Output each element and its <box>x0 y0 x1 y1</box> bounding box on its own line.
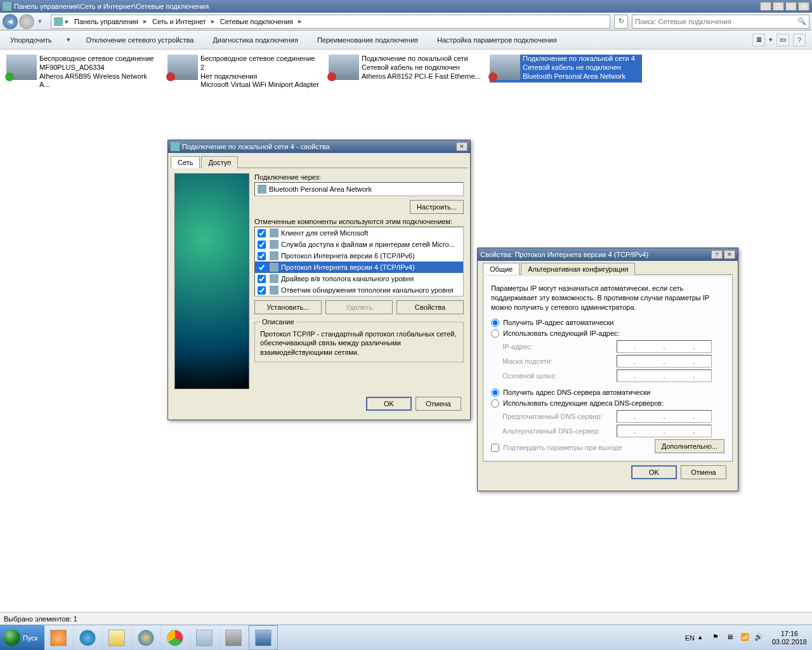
gateway-label: Основной шлюз: <box>502 372 617 380</box>
taskbar-app[interactable] <box>103 625 132 650</box>
window-titlebar: Панель управления\Сеть и Интернет\Сетевы… <box>0 0 812 13</box>
confirm-checkbox[interactable] <box>491 444 499 452</box>
description-text: Протокол TCP/IP - стандартный протокол г… <box>260 329 458 357</box>
adapter-device-name: Bluetooth Personal Area Network <box>269 185 372 193</box>
advanced-button[interactable]: Дополнительно... <box>655 439 724 453</box>
help-button[interactable]: ? <box>793 34 806 46</box>
network-icon[interactable]: 📶 <box>740 633 750 643</box>
breadcrumb-icon <box>54 17 63 26</box>
clock-time[interactable]: 17:16 <box>772 630 807 637</box>
connection-item[interactable]: Беспроводное сетевое соединение MF90PLUS… <box>6 55 159 83</box>
connection-status: MF90PLUS_AD6334 <box>39 63 159 72</box>
adapter-properties-dialog: Подключение по локальной сети 4 - свойст… <box>167 140 471 420</box>
close-button[interactable]: ✕ <box>798 2 809 11</box>
intro-text: Параметры IP могут назначаться автоматич… <box>491 284 724 312</box>
view-options-button[interactable]: ≣ <box>752 34 765 46</box>
component-checkbox[interactable] <box>258 286 266 295</box>
ok-button[interactable]: OK <box>366 397 412 411</box>
gateway-field: ... <box>617 369 712 382</box>
dialog-titlebar[interactable]: Подключение по локальной сети 4 - свойст… <box>168 140 470 153</box>
component-checkbox[interactable] <box>258 229 266 237</box>
start-label: Пуск <box>23 634 38 642</box>
radio-auto-dns[interactable] <box>491 388 499 397</box>
command-bar: Упорядочить ▾ Отключение сетевого устрой… <box>0 30 812 50</box>
component-checkbox[interactable] <box>258 275 266 283</box>
back-button[interactable]: ◄ <box>3 14 18 29</box>
restore-button[interactable]: ❐ <box>773 2 784 11</box>
connection-device: Bluetooth Personal Area Network <box>523 72 635 81</box>
window-icon <box>3 2 11 11</box>
search-input[interactable]: Поиск: Сетевые подключения 🔍 <box>632 15 809 29</box>
explorer-icon <box>108 630 125 646</box>
radio-manual-dns[interactable] <box>491 399 499 408</box>
component-label: Драйвер в/в тополога канального уровня <box>281 275 414 282</box>
breadcrumb-part[interactable]: Панель управления <box>72 18 141 25</box>
cancel-button[interactable]: Отмена <box>416 397 461 411</box>
close-icon[interactable]: ✕ <box>724 250 735 259</box>
language-indicator[interactable]: EN <box>685 634 695 642</box>
monitor-icon[interactable]: 🖥 <box>726 633 737 643</box>
start-button[interactable]: Пуск <box>0 625 44 651</box>
dialog-titlebar[interactable]: Свойства: Протокол Интернета версии 4 (T… <box>478 248 738 261</box>
close-icon[interactable]: ✕ <box>456 142 468 151</box>
organize-menu[interactable]: Упорядочить <box>6 34 55 46</box>
connection-item-selected[interactable]: Подключение по локальной сети 4 Сетевой … <box>490 55 642 83</box>
control-panel-icon <box>255 630 272 646</box>
preview-pane-button[interactable]: ▭ <box>776 34 789 46</box>
taskbar: Пуск EN ▴ ⚑ 🖥 📶 🔊 17:16 03.02.2018 <box>0 625 812 650</box>
connection-device: Atheros AR5B95 Wireless Network A... <box>39 72 159 90</box>
taskbar-app[interactable] <box>44 625 74 650</box>
rename-button[interactable]: Переименование подключения <box>313 34 422 46</box>
maximize-button[interactable]: □ <box>785 2 797 11</box>
adapter-icon <box>167 55 198 80</box>
volume-icon[interactable]: 🔊 <box>754 633 764 643</box>
ok-button[interactable]: OK <box>631 465 677 479</box>
tab-strip: Общие Альтернативная конфигурация <box>483 262 733 275</box>
properties-button[interactable]: Свойства <box>396 300 464 314</box>
component-checkbox[interactable] <box>258 241 266 249</box>
tab-access[interactable]: Доступ <box>201 156 238 168</box>
chrome-icon <box>167 630 183 646</box>
taskbar-app-active[interactable] <box>249 625 278 650</box>
tab-alternate[interactable]: Альтернативная конфигурация <box>521 263 635 275</box>
clock-date[interactable]: 03.02.2018 <box>772 638 807 646</box>
connection-item[interactable]: Подключение по локальной сети Сетевой ка… <box>329 55 481 83</box>
search-icon[interactable]: 🔍 <box>797 17 806 25</box>
breadcrumb-part[interactable]: Сетевые подключения <box>218 18 296 25</box>
refresh-button[interactable]: ↻ <box>614 15 628 29</box>
taskbar-app[interactable] <box>219 625 249 650</box>
connection-name: Беспроводное сетевое соединение 2 <box>200 55 320 72</box>
radio-auto-ip[interactable] <box>491 319 499 327</box>
tab-network[interactable]: Сеть <box>171 156 200 168</box>
component-checkbox[interactable] <box>258 252 266 260</box>
minimize-button[interactable]: _ <box>760 2 771 11</box>
help-icon[interactable]: ? <box>711 250 723 259</box>
flag-icon[interactable]: ⚑ <box>712 633 723 643</box>
install-button[interactable]: Установить... <box>254 300 322 314</box>
tray-up-icon[interactable]: ▴ <box>698 633 709 643</box>
adapter-settings-button[interactable]: Настройка параметров подключения <box>433 34 561 46</box>
component-icon <box>270 274 278 283</box>
component-icon <box>270 240 278 249</box>
component-checkbox[interactable] <box>258 263 266 272</box>
forward-button[interactable]: ► <box>19 14 34 29</box>
breadcrumb-part[interactable]: Сеть и Интернет <box>150 18 209 25</box>
taskbar-app[interactable] <box>74 625 103 650</box>
taskbar-app[interactable] <box>132 625 161 650</box>
components-list[interactable]: Клиент для сетей Microsoft Служба доступ… <box>254 227 464 296</box>
disable-device-button[interactable]: Отключение сетевого устройства <box>82 34 197 46</box>
tab-general[interactable]: Общие <box>483 263 520 275</box>
adapter-icon <box>258 185 266 194</box>
connection-name: Подключение по локальной сети <box>362 55 481 63</box>
cancel-button[interactable]: Отмена <box>681 465 726 479</box>
diagnose-button[interactable]: Диагностика подключения <box>209 34 301 46</box>
taskbar-app[interactable] <box>190 625 219 650</box>
taskbar-app[interactable] <box>161 625 190 650</box>
uninstall-button[interactable]: Удалить <box>325 300 393 314</box>
connection-item[interactable]: Беспроводное сетевое соединение 2 Нет по… <box>167 55 320 83</box>
configure-button[interactable]: Настроить... <box>410 200 464 214</box>
breadcrumb[interactable]: ▸ Панель управления▸ Сеть и Интернет▸ Се… <box>51 15 610 29</box>
description-legend: Описание <box>260 318 296 326</box>
history-dropdown[interactable]: ▾ <box>36 17 44 25</box>
radio-manual-ip[interactable] <box>491 329 499 338</box>
